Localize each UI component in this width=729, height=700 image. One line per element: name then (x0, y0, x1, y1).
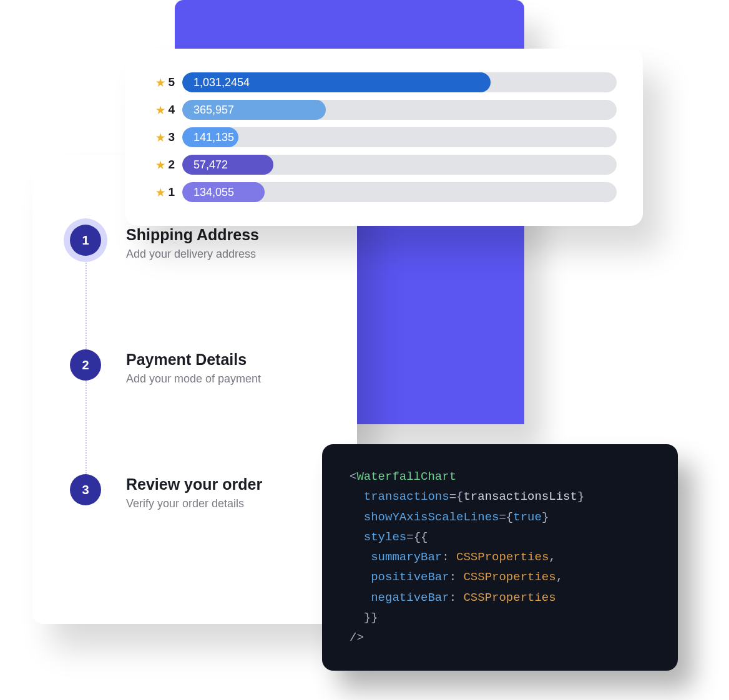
rating-row: ★4365,957 (144, 99, 617, 121)
code-line: positiveBar: CSSProperties, (350, 567, 655, 587)
step-shipping[interactable]: 1 Shipping Address Add your delivery add… (70, 225, 320, 349)
rating-row: ★51,031,2454 (144, 71, 617, 94)
rating-count: 141,135 (193, 131, 234, 144)
code-line: styles={{ (350, 527, 655, 547)
star-icon: ★ (156, 77, 165, 89)
rating-bar-track: 1,031,2454 (182, 72, 617, 92)
code-line: /> (350, 628, 655, 648)
step-connector (86, 256, 87, 359)
rating-bar-track: 365,957 (182, 100, 617, 120)
step-subtitle: Verify your order details (126, 497, 262, 510)
step-badge: 2 (70, 349, 101, 381)
rating-row: ★1134,055 (144, 181, 617, 203)
rating-bar-track: 141,135 (182, 127, 617, 147)
code-line: <WaterfallChart (350, 467, 655, 487)
rating-label: ★4 (144, 103, 175, 117)
step-badge: 3 (70, 474, 101, 505)
star-icon: ★ (156, 132, 165, 143)
rating-row: ★257,472 (144, 153, 617, 176)
code-line: showYAxisScaleLines={true} (350, 507, 655, 527)
step-title: Payment Details (126, 351, 261, 369)
star-icon: ★ (156, 159, 165, 171)
code-line: summaryBar: CSSProperties, (350, 547, 655, 567)
rating-bar-fill: 365,957 (182, 100, 326, 120)
step-title: Shipping Address (126, 226, 259, 244)
code-line: }} (350, 608, 655, 628)
rating-label: ★5 (144, 75, 175, 89)
star-icon: ★ (156, 187, 165, 198)
rating-label: ★1 (144, 185, 175, 199)
step-connector (86, 381, 87, 484)
rating-star-number: 3 (168, 130, 175, 144)
rating-star-number: 5 (168, 75, 175, 89)
rating-star-number: 1 (168, 185, 175, 199)
step-review[interactable]: 3 Review your order Verify your order de… (70, 474, 320, 510)
rating-bar-fill: 141,135 (182, 127, 238, 147)
code-line: negativeBar: CSSProperties (350, 588, 655, 608)
rating-count: 365,957 (193, 104, 234, 117)
step-title: Review your order (126, 475, 262, 493)
rating-label: ★3 (144, 130, 175, 144)
rating-bar-track: 57,472 (182, 155, 617, 175)
rating-count: 57,472 (193, 158, 228, 172)
rating-star-number: 2 (168, 158, 175, 172)
checkout-stepper-card: 1 Shipping Address Add your delivery add… (32, 156, 357, 624)
ratings-card: ★51,031,2454★4365,957★3141,135★257,472★1… (125, 49, 643, 226)
rating-star-number: 4 (168, 103, 175, 117)
rating-count: 1,031,2454 (193, 76, 250, 89)
rating-label: ★2 (144, 158, 175, 172)
rating-bar-track: 134,055 (182, 182, 617, 202)
code-snippet-card: <WaterfallChart transactions={transactio… (322, 444, 678, 671)
code-line: transactions={transactionsList} (350, 487, 655, 507)
step-subtitle: Add your delivery address (126, 248, 259, 261)
rating-row: ★3141,135 (144, 126, 617, 148)
rating-count: 134,055 (193, 186, 234, 199)
star-icon: ★ (156, 104, 165, 116)
step-subtitle: Add your mode of payment (126, 372, 261, 386)
rating-bar-fill: 134,055 (182, 182, 265, 202)
step-payment[interactable]: 2 Payment Details Add your mode of payme… (70, 349, 320, 474)
rating-bar-fill: 57,472 (182, 155, 273, 175)
rating-bar-fill: 1,031,2454 (182, 72, 491, 92)
step-badge: 1 (70, 225, 101, 256)
